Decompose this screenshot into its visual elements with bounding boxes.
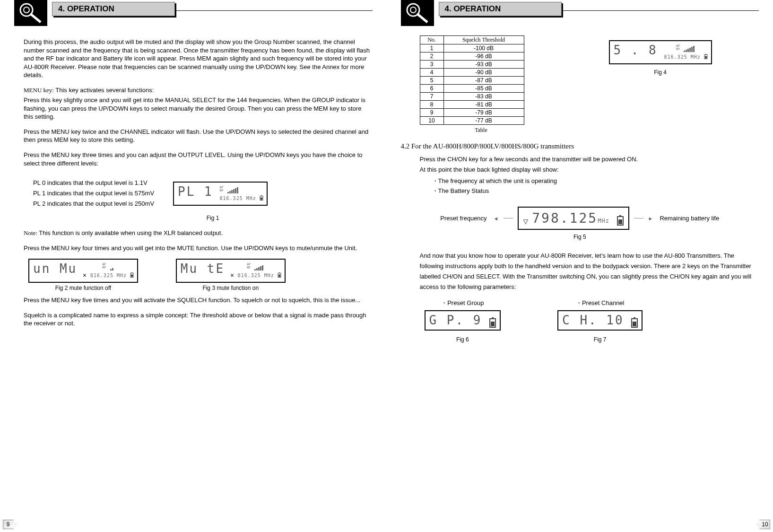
menu-paragraph-6: Squelch is a complicated name to express… xyxy=(24,311,373,328)
svg-point-4 xyxy=(410,7,416,13)
page-number-left: 9 xyxy=(3,520,16,529)
intro-paragraph: During this process, the audio output wi… xyxy=(24,38,373,79)
fig6-label: Preset Group xyxy=(425,299,501,307)
fig4-caption: Fig 4 xyxy=(609,69,712,76)
connector-icon xyxy=(401,0,434,26)
fig7-label: Preset Channel xyxy=(557,299,643,307)
battery-icon xyxy=(631,318,638,328)
menu-key-intro-line: MENU key: This key activates several fun… xyxy=(24,86,373,95)
note-line: Note: This function is only available wh… xyxy=(24,229,373,237)
section-title: 4. OPERATION xyxy=(52,2,175,16)
fig6-lcd: G P. 9 xyxy=(425,310,501,331)
header-row: 4. OPERATION xyxy=(401,0,759,26)
table-row: 1-100 dB xyxy=(420,44,524,52)
fig2-caption: Fig 2 mute function off xyxy=(28,285,138,291)
fig1-caption: Fig 1 xyxy=(165,215,260,221)
pl-level-block: PL 0 indicates that the output level is … xyxy=(33,178,154,209)
fig3-col: Mu tE AFRF ✕ 816.325 MHz Fig 3 mute func… xyxy=(176,259,286,291)
bullet-battery: The Battery Status xyxy=(439,186,759,196)
fig5-caption: Fig 5 xyxy=(401,234,759,240)
right-p2: At this point the blue back lighted disp… xyxy=(420,166,759,174)
squelch-table: No. Squelch Threshold 1-100 dB2-96 dB3-9… xyxy=(420,35,524,125)
connector-icon xyxy=(14,0,47,26)
pl1-line: PL 1 indicates that the output level is … xyxy=(33,188,154,199)
fig1-wrap: PL 1 AFRF 816.325 MHz xyxy=(173,182,268,206)
menu-paragraph-5: Press the MENU key five times and you wi… xyxy=(24,296,373,305)
note-text: This function is only available when usi… xyxy=(37,229,223,236)
fig4-lcd: 5 . 8 AFRF 816.325 MHz xyxy=(609,40,712,64)
fig6-caption: Fig 6 xyxy=(425,336,501,343)
pl2-line: PL 2 indicates that the output level is … xyxy=(33,199,154,209)
fig2-col: un Mu AFRF ✕ 816.325 MHz Fig 2 mute func… xyxy=(28,259,138,291)
note-label: Note: xyxy=(24,229,37,236)
page-number-right: 10 xyxy=(757,520,770,529)
fig5-wrap: Preset frequency ▽ 798.125MHz Remaining … xyxy=(401,207,759,240)
menu-key-intro-text: This key activates several functions: xyxy=(54,87,154,94)
pl0-line: PL 0 indicates that the output level is … xyxy=(33,178,154,188)
table-row: 3-93 dB xyxy=(420,61,524,69)
fig2-fig3-row: un Mu AFRF ✕ 816.325 MHz Fig 2 mute func… xyxy=(28,259,373,291)
section-title-bar: 4. OPERATION xyxy=(439,2,759,11)
table-caption: Table xyxy=(420,127,543,134)
fig3-caption: Fig 3 mute function on xyxy=(176,285,286,291)
section-title: 4. OPERATION xyxy=(439,2,562,16)
fig7-caption: Fig 7 xyxy=(557,336,643,343)
page-left: 4. OPERATION During this process, the au… xyxy=(0,0,387,532)
fig5-lcd: ▽ 798.125MHz xyxy=(518,207,629,230)
table-row: 7-83 dB xyxy=(420,93,524,101)
fig3-lcd: Mu tE AFRF ✕ 816.325 MHz xyxy=(176,259,286,283)
page-right: 4. OPERATION No. Squelch Threshold 1-100… xyxy=(387,0,773,532)
antenna-icon: ▽ xyxy=(523,216,529,226)
fig6-col: Preset Group G P. 9 Fig 6 xyxy=(425,299,501,343)
bullet-frequency: The frequency at which the unit is opera… xyxy=(439,176,759,186)
table-row: 5-87 dB xyxy=(420,77,524,85)
fig1-lcd-main: PL 1 xyxy=(178,184,213,199)
table-row: 6-85 dB xyxy=(420,85,524,93)
menu-key-label: MENU key: xyxy=(24,87,54,94)
header-row: 4. OPERATION xyxy=(14,0,373,26)
table-row: 2-96 dB xyxy=(420,52,524,61)
svg-line-5 xyxy=(417,14,427,22)
battery-icon xyxy=(489,318,496,328)
fig6-fig7-row: Preset Group G P. 9 Fig 6 Preset Channel… xyxy=(425,299,759,343)
fig4-wrap: 5 . 8 AFRF 816.325 MHz Fig 4 xyxy=(609,40,712,76)
fig7-col: Preset Channel C H. 10 Fig 7 xyxy=(557,299,643,343)
table-row: 4-90 dB xyxy=(420,69,524,77)
svg-point-1 xyxy=(24,7,29,13)
table-row: 9-79 dB xyxy=(420,109,524,117)
battery-icon xyxy=(617,216,624,226)
fig5-right-label: Remaining battery life xyxy=(660,215,719,222)
table-row: 8-81 dB xyxy=(420,101,524,109)
subsection-heading: 4.2 For the AU-800H/800P/800LV/800HS/800… xyxy=(401,142,759,150)
menu-paragraph-2: Press the MENU key twice and the CHANNEL… xyxy=(24,128,373,144)
fig5-left-label: Preset frequency xyxy=(440,215,486,222)
menu-paragraph-3: Press the MENU key three times and you c… xyxy=(24,151,373,167)
menu-paragraph-4: Press the MENU key four times and you wi… xyxy=(24,244,373,253)
table-row: 10-77 dB xyxy=(420,117,524,125)
menu-paragraph-1: Press this key slightly once and you wil… xyxy=(24,96,373,121)
svg-line-2 xyxy=(30,14,41,22)
table-header-no: No. xyxy=(420,36,443,44)
right-p1: Press the CH/ON key for a few seconds an… xyxy=(420,155,759,164)
section-title-bar: 4. OPERATION xyxy=(52,2,373,11)
fig1-lcd: PL 1 AFRF 816.325 MHz xyxy=(173,182,268,206)
fig7-lcd: C H. 10 xyxy=(557,310,643,331)
right-p3: And now that you know how to operate you… xyxy=(420,251,759,292)
table-header-threshold: Squelch Threshold xyxy=(443,36,524,44)
fig2-lcd: un Mu AFRF ✕ 816.325 MHz xyxy=(28,259,138,283)
